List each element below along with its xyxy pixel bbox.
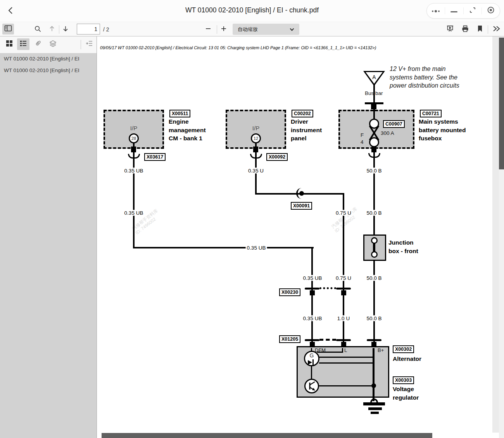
print-icon: [461, 25, 469, 34]
divider: [488, 25, 488, 34]
search-icon: [34, 25, 41, 34]
bookmark-icon: [477, 25, 483, 34]
zoom-mode-select[interactable]: 自动缩放: [233, 24, 299, 35]
divider: [59, 25, 59, 34]
horizontal-scrollbar[interactable]: [97, 433, 499, 438]
minimize-icon: [450, 7, 457, 14]
zoom-in-button[interactable]: [219, 24, 229, 34]
current-outline-icon: [86, 40, 93, 48]
layers-icon: [49, 40, 57, 49]
bookmark-button[interactable]: [475, 24, 485, 34]
more-options-button[interactable]: [427, 3, 445, 18]
vertical-scrollbar[interactable]: [499, 36, 504, 438]
outline-item[interactable]: WT 01000 02-2010 [English] / EI: [0, 65, 97, 76]
more-tools-button[interactable]: [491, 24, 502, 34]
outline-item[interactable]: WT 01000 02-2010 [English] / EI: [0, 53, 97, 65]
zoom-mode-value: 自动缩放: [238, 26, 258, 33]
page-up-icon: [48, 25, 55, 34]
presentation-mode-icon: [446, 25, 454, 34]
target-button[interactable]: [482, 3, 500, 18]
presentation-mode-button[interactable]: [445, 24, 455, 34]
previous-page-button[interactable]: [47, 24, 57, 34]
next-page-button[interactable]: [60, 24, 71, 34]
divider: [217, 25, 217, 34]
outline-icon: [20, 40, 27, 48]
sidebar-toggle-button[interactable]: [2, 24, 14, 34]
target-icon: [487, 6, 495, 16]
layers-view-button[interactable]: [47, 38, 59, 50]
pdf-page: [97, 36, 492, 438]
thumbnails-icon: [6, 40, 13, 48]
paperclip-icon: [35, 40, 41, 48]
search-button[interactable]: [33, 24, 43, 34]
restore-icon: [469, 7, 476, 15]
divider: [81, 40, 81, 49]
restore-button[interactable]: [464, 3, 482, 18]
window-controls: [426, 3, 500, 19]
sidebar-toggle-icon: [4, 25, 12, 33]
thumbnails-view-button[interactable]: [3, 38, 16, 50]
page-down-icon: [62, 25, 69, 34]
pdf-toolbar: / 2 自动缩放: [0, 22, 504, 36]
current-outline-item-button[interactable]: [83, 38, 95, 50]
print-button[interactable]: [460, 24, 470, 34]
minimize-button[interactable]: [445, 3, 463, 18]
zoom-out-button[interactable]: [203, 24, 213, 34]
vertical-scrollbar-thumb[interactable]: [499, 38, 504, 169]
more-options-icon: [431, 7, 440, 14]
attachments-view-button[interactable]: [32, 38, 44, 50]
viewer-gutter: [492, 36, 499, 438]
outline-list: WT 01000 02-2010 [English] / EI WT 01000…: [0, 53, 97, 76]
page-count: / 2: [103, 26, 109, 33]
zoom-out-icon: [205, 26, 211, 33]
outline-view-button[interactable]: [17, 38, 29, 50]
double-chevron-icon: [492, 26, 500, 33]
horizontal-scrollbar-thumb[interactable]: [102, 433, 432, 438]
titlebar: WT 01000 02-2010 [English] / EI - chunk.…: [0, 0, 504, 22]
zoom-in-icon: [221, 26, 227, 33]
chevron-down-icon: [289, 27, 295, 33]
sidebar-toolbar: [0, 36, 97, 53]
page-number-input[interactable]: [77, 24, 100, 34]
sidebar: WT 01000 02-2010 [English] / EI WT 01000…: [0, 36, 97, 438]
